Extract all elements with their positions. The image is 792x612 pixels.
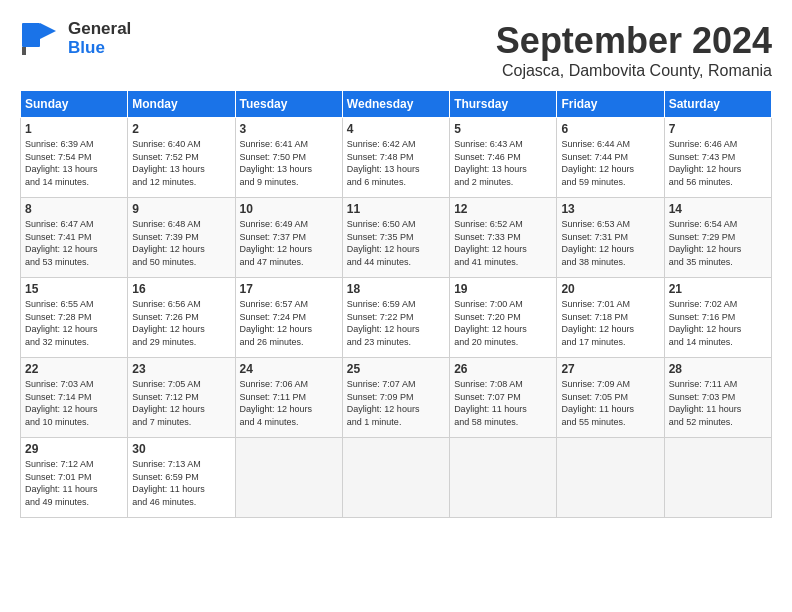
day-info: Sunrise: 6:44 AM Sunset: 7:44 PM Dayligh… <box>561 138 659 188</box>
day-number: 28 <box>669 362 767 376</box>
day-info: Sunrise: 6:40 AM Sunset: 7:52 PM Dayligh… <box>132 138 230 188</box>
day-info: Sunrise: 6:41 AM Sunset: 7:50 PM Dayligh… <box>240 138 338 188</box>
day-info: Sunrise: 6:55 AM Sunset: 7:28 PM Dayligh… <box>25 298 123 348</box>
day-number: 5 <box>454 122 552 136</box>
day-number: 22 <box>25 362 123 376</box>
calendar-cell: 15Sunrise: 6:55 AM Sunset: 7:28 PM Dayli… <box>21 278 128 358</box>
day-info: Sunrise: 6:57 AM Sunset: 7:24 PM Dayligh… <box>240 298 338 348</box>
day-number: 9 <box>132 202 230 216</box>
day-info: Sunrise: 6:52 AM Sunset: 7:33 PM Dayligh… <box>454 218 552 268</box>
day-number: 10 <box>240 202 338 216</box>
day-number: 2 <box>132 122 230 136</box>
calendar-cell: 5Sunrise: 6:43 AM Sunset: 7:46 PM Daylig… <box>450 118 557 198</box>
day-header-thursday: Thursday <box>450 91 557 118</box>
day-info: Sunrise: 6:59 AM Sunset: 7:22 PM Dayligh… <box>347 298 445 348</box>
calendar-cell: 3Sunrise: 6:41 AM Sunset: 7:50 PM Daylig… <box>235 118 342 198</box>
calendar-cell: 19Sunrise: 7:00 AM Sunset: 7:20 PM Dayli… <box>450 278 557 358</box>
calendar-cell: 17Sunrise: 6:57 AM Sunset: 7:24 PM Dayli… <box>235 278 342 358</box>
calendar-cell <box>664 438 771 518</box>
day-number: 16 <box>132 282 230 296</box>
day-number: 6 <box>561 122 659 136</box>
day-number: 3 <box>240 122 338 136</box>
day-number: 26 <box>454 362 552 376</box>
day-info: Sunrise: 7:13 AM Sunset: 6:59 PM Dayligh… <box>132 458 230 508</box>
day-info: Sunrise: 7:08 AM Sunset: 7:07 PM Dayligh… <box>454 378 552 428</box>
logo: General Blue <box>20 20 131 57</box>
calendar-cell: 2Sunrise: 6:40 AM Sunset: 7:52 PM Daylig… <box>128 118 235 198</box>
day-info: Sunrise: 6:50 AM Sunset: 7:35 PM Dayligh… <box>347 218 445 268</box>
calendar-cell: 14Sunrise: 6:54 AM Sunset: 7:29 PM Dayli… <box>664 198 771 278</box>
calendar-cell: 30Sunrise: 7:13 AM Sunset: 6:59 PM Dayli… <box>128 438 235 518</box>
calendar-table: SundayMondayTuesdayWednesdayThursdayFrid… <box>20 90 772 518</box>
day-info: Sunrise: 6:43 AM Sunset: 7:46 PM Dayligh… <box>454 138 552 188</box>
day-number: 18 <box>347 282 445 296</box>
calendar-cell: 13Sunrise: 6:53 AM Sunset: 7:31 PM Dayli… <box>557 198 664 278</box>
day-number: 20 <box>561 282 659 296</box>
month-title: September 2024 <box>496 20 772 62</box>
day-header-tuesday: Tuesday <box>235 91 342 118</box>
day-info: Sunrise: 7:07 AM Sunset: 7:09 PM Dayligh… <box>347 378 445 428</box>
day-number: 1 <box>25 122 123 136</box>
day-header-wednesday: Wednesday <box>342 91 449 118</box>
logo-text: General Blue <box>68 20 131 57</box>
calendar-header-row: SundayMondayTuesdayWednesdayThursdayFrid… <box>21 91 772 118</box>
day-number: 7 <box>669 122 767 136</box>
day-info: Sunrise: 7:09 AM Sunset: 7:05 PM Dayligh… <box>561 378 659 428</box>
day-number: 19 <box>454 282 552 296</box>
day-number: 21 <box>669 282 767 296</box>
day-number: 24 <box>240 362 338 376</box>
calendar-cell: 7Sunrise: 6:46 AM Sunset: 7:43 PM Daylig… <box>664 118 771 198</box>
svg-rect-0 <box>22 23 40 47</box>
logo-blue: Blue <box>68 39 131 58</box>
day-info: Sunrise: 6:46 AM Sunset: 7:43 PM Dayligh… <box>669 138 767 188</box>
calendar-cell: 11Sunrise: 6:50 AM Sunset: 7:35 PM Dayli… <box>342 198 449 278</box>
calendar-cell: 9Sunrise: 6:48 AM Sunset: 7:39 PM Daylig… <box>128 198 235 278</box>
header: General Blue September 2024 Cojasca, Dam… <box>20 20 772 80</box>
day-info: Sunrise: 7:06 AM Sunset: 7:11 PM Dayligh… <box>240 378 338 428</box>
day-info: Sunrise: 7:00 AM Sunset: 7:20 PM Dayligh… <box>454 298 552 348</box>
svg-rect-2 <box>22 47 26 55</box>
calendar-week-row: 29Sunrise: 7:12 AM Sunset: 7:01 PM Dayli… <box>21 438 772 518</box>
calendar-cell: 10Sunrise: 6:49 AM Sunset: 7:37 PM Dayli… <box>235 198 342 278</box>
day-info: Sunrise: 6:48 AM Sunset: 7:39 PM Dayligh… <box>132 218 230 268</box>
calendar-cell: 6Sunrise: 6:44 AM Sunset: 7:44 PM Daylig… <box>557 118 664 198</box>
calendar-cell: 16Sunrise: 6:56 AM Sunset: 7:26 PM Dayli… <box>128 278 235 358</box>
calendar-cell: 4Sunrise: 6:42 AM Sunset: 7:48 PM Daylig… <box>342 118 449 198</box>
calendar-cell: 23Sunrise: 7:05 AM Sunset: 7:12 PM Dayli… <box>128 358 235 438</box>
calendar-cell <box>342 438 449 518</box>
day-info: Sunrise: 7:11 AM Sunset: 7:03 PM Dayligh… <box>669 378 767 428</box>
calendar-cell: 24Sunrise: 7:06 AM Sunset: 7:11 PM Dayli… <box>235 358 342 438</box>
logo-icon <box>20 21 64 57</box>
day-number: 11 <box>347 202 445 216</box>
calendar-cell: 21Sunrise: 7:02 AM Sunset: 7:16 PM Dayli… <box>664 278 771 358</box>
day-info: Sunrise: 6:39 AM Sunset: 7:54 PM Dayligh… <box>25 138 123 188</box>
logo-general: General <box>68 20 131 39</box>
day-number: 17 <box>240 282 338 296</box>
title-area: September 2024 Cojasca, Dambovita County… <box>496 20 772 80</box>
day-number: 15 <box>25 282 123 296</box>
calendar-cell: 28Sunrise: 7:11 AM Sunset: 7:03 PM Dayli… <box>664 358 771 438</box>
day-info: Sunrise: 6:49 AM Sunset: 7:37 PM Dayligh… <box>240 218 338 268</box>
calendar-cell <box>450 438 557 518</box>
day-info: Sunrise: 7:03 AM Sunset: 7:14 PM Dayligh… <box>25 378 123 428</box>
calendar-cell: 22Sunrise: 7:03 AM Sunset: 7:14 PM Dayli… <box>21 358 128 438</box>
calendar-cell: 8Sunrise: 6:47 AM Sunset: 7:41 PM Daylig… <box>21 198 128 278</box>
calendar-week-row: 1Sunrise: 6:39 AM Sunset: 7:54 PM Daylig… <box>21 118 772 198</box>
day-number: 29 <box>25 442 123 456</box>
day-number: 12 <box>454 202 552 216</box>
calendar-cell: 12Sunrise: 6:52 AM Sunset: 7:33 PM Dayli… <box>450 198 557 278</box>
day-number: 4 <box>347 122 445 136</box>
calendar-cell: 26Sunrise: 7:08 AM Sunset: 7:07 PM Dayli… <box>450 358 557 438</box>
day-number: 8 <box>25 202 123 216</box>
day-number: 30 <box>132 442 230 456</box>
calendar-week-row: 8Sunrise: 6:47 AM Sunset: 7:41 PM Daylig… <box>21 198 772 278</box>
day-header-saturday: Saturday <box>664 91 771 118</box>
day-info: Sunrise: 6:47 AM Sunset: 7:41 PM Dayligh… <box>25 218 123 268</box>
calendar-cell: 25Sunrise: 7:07 AM Sunset: 7:09 PM Dayli… <box>342 358 449 438</box>
calendar-cell <box>235 438 342 518</box>
calendar-cell: 29Sunrise: 7:12 AM Sunset: 7:01 PM Dayli… <box>21 438 128 518</box>
day-info: Sunrise: 7:12 AM Sunset: 7:01 PM Dayligh… <box>25 458 123 508</box>
day-header-sunday: Sunday <box>21 91 128 118</box>
day-number: 13 <box>561 202 659 216</box>
day-header-friday: Friday <box>557 91 664 118</box>
